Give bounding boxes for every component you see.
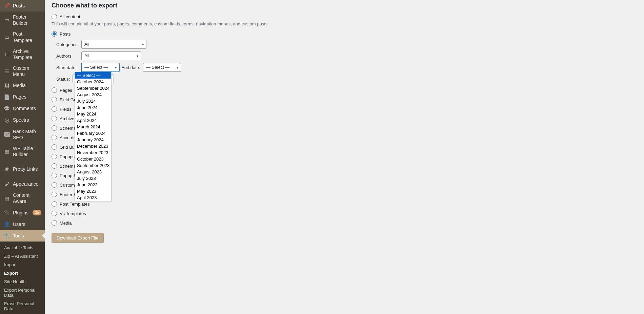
users-icon: 👤 bbox=[3, 221, 10, 228]
sidebar-item-pretty-links[interactable]: ✺Pretty Links bbox=[0, 163, 45, 175]
start-date-dropdown[interactable]: — Select —October 2024September 2024Augu… bbox=[75, 72, 112, 201]
submenu-item-export[interactable]: Export bbox=[0, 269, 45, 277]
sidebar-item-plugins[interactable]: 🔌Plugins25 bbox=[0, 207, 45, 218]
radio-custom-menus[interactable]: Custom Menus bbox=[52, 182, 637, 188]
radio-posts-label: Posts bbox=[60, 32, 71, 37]
date-option[interactable]: — Select — bbox=[75, 72, 111, 79]
radio-grid-builders[interactable]: Grid Builders bbox=[52, 144, 637, 150]
date-option[interactable]: August 2023 bbox=[75, 169, 111, 175]
radio-field-groups[interactable]: Field Groups bbox=[52, 97, 637, 102]
pages-icon: 📄 bbox=[3, 94, 10, 101]
submenu-item-erase-personal-data[interactable]: Erase Personal Data bbox=[0, 299, 45, 313]
sidebar-item-spectra[interactable]: ◎Spectra bbox=[0, 114, 45, 126]
sidebar-item-comments[interactable]: 💬Comments bbox=[0, 103, 45, 114]
radio-all-content[interactable]: All content bbox=[52, 14, 637, 19]
sidebar-item-rank-math-seo[interactable]: 📈Rank Math SEO bbox=[0, 126, 45, 143]
sidebar-item-appearance[interactable]: 🖌Appearance bbox=[0, 178, 45, 190]
date-option[interactable]: April 2023 bbox=[75, 194, 111, 201]
radio-accordions[interactable]: Accordions bbox=[52, 135, 637, 140]
filter-start-label: Start date: bbox=[56, 65, 80, 70]
sidebar-item-posts[interactable]: 📌Posts bbox=[0, 0, 45, 12]
radio-media[interactable]: Media bbox=[52, 220, 637, 226]
radio-label: Vc Templates bbox=[60, 211, 86, 216]
radio-field-groups-input[interactable] bbox=[52, 97, 57, 102]
sidebar-item-archive-template[interactable]: 🏷Archive Template bbox=[0, 46, 45, 63]
start-date-select[interactable]: — Select — bbox=[81, 63, 119, 72]
date-option[interactable]: June 2023 bbox=[75, 182, 111, 188]
date-option[interactable]: July 2023 bbox=[75, 175, 111, 182]
sidebar-item-label: Appearance bbox=[13, 181, 41, 187]
radio-post-templates[interactable]: Post Templates bbox=[52, 201, 637, 207]
radio-fields-input[interactable] bbox=[52, 106, 57, 112]
date-option[interactable]: September 2024 bbox=[75, 85, 111, 91]
radio-all-content-input[interactable] bbox=[52, 14, 57, 19]
submenu-item-zip-ai-assistant[interactable]: Zip – AI Assistant bbox=[0, 252, 45, 260]
submenu-item-site-health[interactable]: Site Health bbox=[0, 277, 45, 286]
radio-vc-templates-input[interactable] bbox=[52, 211, 57, 216]
radio-schema-templates-input[interactable] bbox=[52, 125, 57, 131]
radio-pages[interactable]: Pages bbox=[52, 87, 637, 93]
date-option[interactable]: October 2023 bbox=[75, 156, 111, 162]
sidebar-item-tools[interactable]: 🔧Tools bbox=[0, 230, 45, 242]
sidebar-item-wp-table-builder[interactable]: ▦WP Table Builder bbox=[0, 143, 45, 160]
sidebar-item-pages[interactable]: 📄Pages bbox=[0, 91, 45, 103]
radio-posts[interactable]: Posts bbox=[52, 31, 637, 37]
date-option[interactable]: April 2024 bbox=[75, 117, 111, 124]
sidebar-item-footer-builder[interactable]: ▭Footer Builder bbox=[0, 12, 45, 28]
tools-icon: 🔧 bbox=[3, 232, 10, 239]
sidebar-item-users[interactable]: 👤Users bbox=[0, 218, 45, 230]
submenu-item-available-tools[interactable]: Available Tools bbox=[0, 244, 45, 252]
submenu-item-scheduled-actions[interactable]: Scheduled Actions bbox=[0, 313, 45, 314]
radio-grid-builders-input[interactable] bbox=[52, 144, 57, 150]
sidebar-item-custom-menu[interactable]: ☰Custom Menu bbox=[0, 63, 45, 80]
radio-archive-templates[interactable]: Archive Templates bbox=[52, 116, 637, 121]
sidebar-item-label: Pretty Links bbox=[13, 166, 41, 172]
sidebar-item-media[interactable]: 🖼Media bbox=[0, 80, 45, 91]
date-option[interactable]: August 2024 bbox=[75, 91, 111, 98]
date-option[interactable]: May 2023 bbox=[75, 188, 111, 194]
radio-popups[interactable]: Popups bbox=[52, 154, 637, 159]
radio-popups-input[interactable] bbox=[52, 154, 57, 159]
date-option[interactable]: October 2024 bbox=[75, 79, 111, 85]
sidebar-item-label: Content Aware bbox=[13, 192, 41, 204]
post-template-icon: ▭ bbox=[3, 34, 10, 41]
radio-all-content-label: All content bbox=[60, 14, 80, 19]
categories-select[interactable]: All bbox=[81, 40, 146, 49]
date-option[interactable]: March 2024 bbox=[75, 124, 111, 130]
sidebar-item-label: Comments bbox=[13, 105, 41, 111]
radio-media-input[interactable] bbox=[52, 220, 57, 226]
date-option[interactable]: December 2023 bbox=[75, 143, 111, 149]
date-option[interactable]: September 2023 bbox=[75, 162, 111, 169]
radio-fields[interactable]: Fields bbox=[52, 106, 637, 112]
date-option[interactable]: January 2024 bbox=[75, 137, 111, 143]
submenu-item-import[interactable]: Import bbox=[0, 260, 45, 269]
date-option[interactable]: November 2023 bbox=[75, 149, 111, 156]
radio-schema-templates[interactable]: Schema Templates bbox=[52, 125, 637, 131]
authors-select[interactable]: All bbox=[81, 51, 141, 60]
download-export-button[interactable]: Download Export File bbox=[52, 233, 104, 243]
radio-accordions-input[interactable] bbox=[52, 135, 57, 140]
radio-popup-builders-input[interactable] bbox=[52, 173, 57, 178]
sidebar-item-label: Users bbox=[13, 221, 41, 227]
radio-custom-menus-input[interactable] bbox=[52, 182, 57, 188]
radio-label: Media bbox=[60, 221, 72, 226]
end-date-select[interactable]: — Select — bbox=[143, 63, 181, 72]
sidebar-item-post-template[interactable]: ▭Post Template bbox=[0, 28, 45, 45]
sidebar-item-content-aware[interactable]: ▤Content Aware bbox=[0, 190, 45, 207]
date-option[interactable]: June 2024 bbox=[75, 104, 111, 111]
radio-schemas-input[interactable] bbox=[52, 163, 57, 169]
submenu-item-export-personal-data[interactable]: Export Personal Data bbox=[0, 286, 45, 299]
radio-archive-templates-input[interactable] bbox=[52, 116, 57, 121]
radio-footer-builders-input[interactable] bbox=[52, 192, 57, 197]
radio-popup-builders[interactable]: Popup Builders bbox=[52, 173, 637, 178]
sidebar-item-label: Posts bbox=[13, 3, 41, 9]
date-option[interactable]: July 2024 bbox=[75, 98, 111, 104]
radio-vc-templates[interactable]: Vc Templates bbox=[52, 211, 637, 216]
date-option[interactable]: February 2024 bbox=[75, 130, 111, 137]
radio-post-templates-input[interactable] bbox=[52, 201, 57, 207]
radio-schemas[interactable]: Schemas bbox=[52, 163, 637, 169]
radio-pages-input[interactable] bbox=[52, 87, 57, 93]
date-option[interactable]: May 2024 bbox=[75, 111, 111, 117]
radio-posts-input[interactable] bbox=[52, 31, 57, 37]
radio-footer-builders[interactable]: Footer Builders bbox=[52, 192, 637, 197]
